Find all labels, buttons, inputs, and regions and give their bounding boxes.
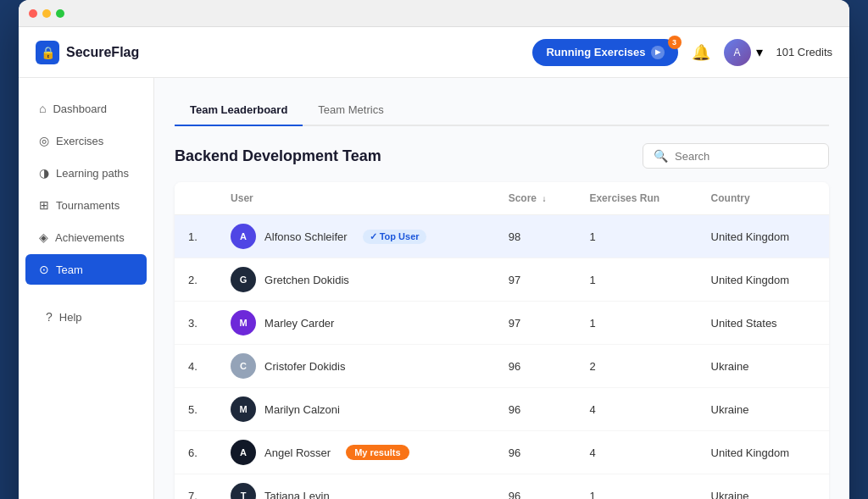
score-cell: 97: [495, 302, 576, 345]
logo-text: SecureFlag: [66, 45, 139, 60]
sidebar-item-team-label: Team: [56, 263, 83, 276]
bell-icon[interactable]: 🔔: [692, 43, 710, 62]
score-cell: 97: [495, 258, 576, 302]
score-cell: 96: [495, 345, 576, 388]
rank-cell: 1.: [175, 215, 217, 258]
user-cell: GGretchen Dokidis: [217, 258, 495, 302]
country-cell: Ukraine: [698, 474, 829, 500]
rank-cell: 4.: [175, 345, 217, 388]
table-row: 5.MMarilyn Calzoni964Ukraine: [175, 388, 829, 431]
country-cell: United Kingdom: [698, 431, 829, 474]
country-cell: Ukraine: [698, 388, 829, 431]
sidebar-item-help-label: Help: [59, 311, 82, 324]
sidebar-item-tournaments[interactable]: ⊞ Tournaments: [25, 190, 147, 220]
sidebar-item-dashboard-label: Dashboard: [53, 103, 107, 115]
credits-text: 101 Credits: [776, 46, 832, 58]
country-cell: Ukraine: [698, 345, 829, 388]
app-layout: 🔒 SecureFlag Running Exercises ▶ 3 🔔 A ▾…: [19, 27, 849, 499]
avatar: A: [231, 440, 256, 465]
exercises-run-cell: 1: [576, 215, 697, 258]
user-cell: AAlfonso Schleifer✓ Top User: [217, 215, 495, 258]
table-header-row: Backend Development Team 🔍: [175, 143, 829, 169]
score-cell: 96: [495, 431, 576, 474]
logo-area: 🔒 SecureFlag: [36, 41, 139, 64]
my-results-badge: My results: [346, 445, 409, 460]
sidebar-item-tournaments-label: Tournaments: [56, 199, 120, 212]
user-cell: MMarley Carder: [217, 302, 495, 345]
table-row: 2.GGretchen Dokidis971United Kingdom: [175, 258, 829, 302]
user-name: Gretchen Dokidis: [264, 274, 349, 286]
table-row: 3.MMarley Carder971United States: [175, 302, 829, 345]
user-name: Tatiana Levin: [264, 490, 330, 500]
sidebar-item-exercises[interactable]: ◎ Exercises: [25, 125, 147, 156]
user-name: Angel Rosser: [264, 446, 331, 459]
close-dot[interactable]: [29, 9, 37, 18]
sidebar-item-achievements-label: Achievements: [55, 231, 125, 244]
learning-paths-icon: ◑: [39, 166, 49, 180]
avatar: A: [724, 39, 751, 66]
col-country: Country: [698, 182, 829, 215]
country-cell: United Kingdom: [698, 258, 829, 302]
sidebar-item-help[interactable]: ? Help: [32, 302, 140, 332]
main-content: Team LeaderboardTeam Metrics Backend Dev…: [154, 78, 849, 499]
search-input[interactable]: [675, 150, 818, 163]
score-cell: 98: [495, 215, 576, 258]
exercises-run-cell: 2: [576, 345, 697, 388]
user-name: Marley Carder: [264, 317, 334, 330]
table-row: 6.AAngel RosserMy results964United Kingd…: [175, 431, 829, 474]
exercises-run-cell: 4: [576, 431, 697, 474]
sidebar-item-dashboard[interactable]: ⌂ Dashboard: [25, 93, 147, 124]
sidebar-item-learning-paths-label: Learning paths: [56, 167, 129, 180]
user-name: Marilyn Calzoni: [264, 403, 340, 416]
body-layout: ⌂ Dashboard ◎ Exercises ◑ Learning paths…: [19, 78, 849, 499]
top-user-badge: ✓ Top User: [363, 230, 426, 244]
avatar: G: [231, 267, 256, 292]
running-exercises-button[interactable]: Running Exercises ▶ 3: [532, 39, 677, 66]
avatar: A: [231, 224, 256, 249]
country-cell: United Kingdom: [698, 215, 829, 258]
avatar-initials: A: [734, 47, 741, 58]
header-right: Running Exercises ▶ 3 🔔 A ▾ 101 Credits: [532, 39, 832, 66]
rank-cell: 6.: [175, 431, 217, 474]
user-name: Alfonso Schleifer: [264, 230, 348, 243]
exercises-icon: ◎: [39, 134, 49, 147]
user-cell: MMarilyn Calzoni: [217, 388, 495, 431]
exercises-run-cell: 1: [576, 302, 697, 345]
user-name: Cristofer Dokidis: [264, 360, 345, 373]
sidebar-item-achievements[interactable]: ◈ Achievements: [25, 222, 147, 252]
tab-metrics[interactable]: Team Metrics: [303, 95, 398, 126]
avatar: M: [231, 310, 256, 335]
exercises-badge: 3: [668, 36, 682, 49]
team-title: Backend Development Team: [175, 147, 381, 165]
rank-cell: 7.: [175, 474, 217, 500]
leaderboard-table: User Score ↓ Exercises Run Country 1.AAl…: [175, 182, 829, 499]
avatar-area[interactable]: A ▾: [724, 39, 763, 66]
user-cell: AAngel RosserMy results: [217, 431, 495, 474]
table-row: 1.AAlfonso Schleifer✓ Top User981United …: [175, 215, 829, 258]
sidebar-item-learning-paths[interactable]: ◑ Learning paths: [25, 158, 147, 188]
minimize-dot[interactable]: [42, 9, 51, 18]
search-box: 🔍: [643, 143, 829, 169]
rank-cell: 3.: [175, 302, 217, 345]
dashboard-icon: ⌂: [39, 102, 46, 115]
sidebar-item-team[interactable]: ⊙ Team: [25, 254, 147, 285]
maximize-dot[interactable]: [56, 9, 64, 18]
header: 🔒 SecureFlag Running Exercises ▶ 3 🔔 A ▾…: [19, 27, 849, 78]
rank-cell: 2.: [175, 258, 217, 302]
avatar: T: [231, 483, 256, 499]
table-row: 4.CCristofer Dokidis962Ukraine: [175, 345, 829, 388]
tabs: Team LeaderboardTeam Metrics: [175, 95, 829, 126]
sidebar-item-exercises-label: Exercises: [56, 135, 103, 147]
achievements-icon: ◈: [39, 230, 48, 244]
col-rank: [175, 182, 217, 215]
exercises-run-cell: 1: [576, 474, 697, 500]
running-exercises-label: Running Exercises: [546, 46, 645, 58]
col-exercises-run: Exercises Run: [576, 182, 697, 215]
search-icon: 🔍: [654, 149, 668, 163]
col-score[interactable]: Score ↓: [495, 182, 576, 215]
browser-bar: [19, 0, 849, 27]
tab-leaderboard[interactable]: Team Leaderboard: [175, 95, 303, 126]
play-icon: ▶: [651, 46, 665, 59]
sidebar-bottom: ? Help: [19, 286, 153, 341]
sidebar: ⌂ Dashboard ◎ Exercises ◑ Learning paths…: [19, 78, 154, 499]
